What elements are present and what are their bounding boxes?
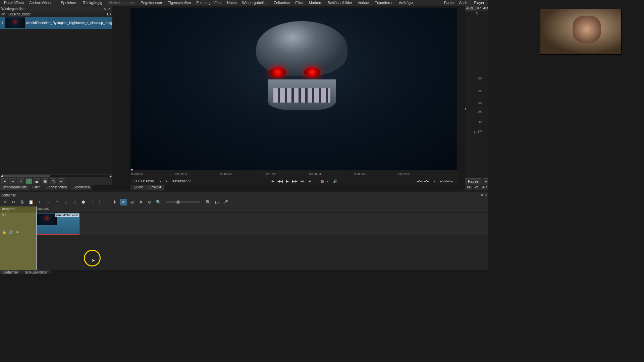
menu-markers[interactable]: Markers: [306, 0, 325, 6]
menu-speichern[interactable]: Speichern: [58, 0, 80, 6]
play-button[interactable]: ▶: [285, 178, 290, 184]
track-ruler[interactable]: 00:00:00: [36, 206, 488, 213]
menu-undo[interactable]: Rückgängig: [80, 0, 105, 6]
volume-button[interactable]: 🔊: [332, 178, 338, 184]
lock-icon[interactable]: 🔓: [2, 230, 7, 235]
preview-viewport[interactable]: [130, 8, 457, 170]
ripple-markers-icon[interactable]: ⊙: [146, 199, 153, 205]
ripple-all-icon[interactable]: ❋: [138, 199, 144, 205]
output-header[interactable]: Ausgabe: [0, 206, 36, 213]
cut-icon[interactable]: ✂: [10, 199, 17, 205]
snap-icon[interactable]: ⬇: [111, 199, 118, 205]
tab-ve[interactable]: Ve...: [473, 185, 480, 190]
menu-jobs[interactable]: Aufträge: [396, 0, 416, 6]
marker-icon[interactable]: ⬢: [80, 199, 87, 205]
prev-frame-button[interactable]: ◀◀: [277, 178, 283, 184]
col-nr[interactable]: Nr.: [0, 12, 8, 16]
menu-notes[interactable]: Notes: [224, 0, 239, 6]
tab-timeline[interactable]: Zeitachse: [0, 270, 21, 274]
mute-icon[interactable]: 🔊: [9, 230, 13, 235]
menu-filter[interactable]: Filter: [292, 0, 306, 6]
playhead-marker[interactable]: [130, 169, 133, 171]
menu-recent[interactable]: Zuletzt geöffnet: [194, 0, 224, 6]
copy-button[interactable]: ⎘: [17, 178, 24, 184]
check-button[interactable]: ✓: [25, 178, 32, 184]
grid-view-button[interactable]: ▦: [42, 178, 48, 184]
remove-icon[interactable]: −: [45, 199, 52, 205]
track-area[interactable]: 00:00:00 ArnoldOberleiter: [36, 206, 488, 270]
playhead-line[interactable]: [36, 206, 37, 270]
overwrite-icon[interactable]: ⌄: [62, 199, 69, 205]
menu-button[interactable]: ≡: [484, 178, 488, 184]
detach-icon[interactable]: ⧉: [104, 7, 107, 10]
tab-auf[interactable]: Auf...: [480, 185, 488, 190]
col-thumb[interactable]: Vorschaubilder: [8, 12, 102, 16]
prev-marker-icon[interactable]: 〈: [89, 199, 95, 205]
copy-icon[interactable]: ⎘: [19, 199, 25, 205]
menu-icon[interactable]: ≡: [1, 199, 8, 205]
zoom-fit-icon[interactable]: ▢: [213, 199, 220, 205]
menu-timeline[interactable]: Zeitachse: [271, 0, 293, 6]
tab-jobs[interactable]: Aufträge: [482, 6, 488, 11]
playlist-scrollbar[interactable]: ◀ ▶: [0, 174, 112, 178]
menu-props[interactable]: Eigenschaften: [165, 0, 194, 6]
pause-button[interactable]: Pause: [465, 178, 481, 184]
tab-export[interactable]: Exportieren: [70, 185, 92, 190]
scroll-right-icon[interactable]: ▶: [109, 175, 112, 178]
scrubber[interactable]: 00:00:00 00:00:01 00:00:02 00:00:03 00:0…: [130, 170, 457, 177]
close-icon[interactable]: ✕: [484, 193, 487, 197]
tile-view-button[interactable]: ▢: [50, 178, 56, 184]
skip-start-button[interactable]: ⏮: [270, 178, 275, 184]
playlist-row[interactable]: 1 ArnoldOberleiter_Dystopian_Nightmare_a…: [0, 17, 112, 29]
zoom-slider[interactable]: [166, 201, 200, 203]
zoom-in-icon[interactable]: 🔍: [205, 199, 211, 205]
next-frame-button[interactable]: ▶▶: [292, 178, 298, 184]
menu-peak[interactable]: Pegelmesser: [138, 0, 165, 6]
tc-menu-icon[interactable]: ▾: [157, 178, 163, 184]
timecode-current[interactable]: 00:00:00:00: [133, 179, 155, 183]
zoom-out-icon[interactable]: 🔍: [155, 199, 162, 205]
add-icon[interactable]: +: [36, 199, 43, 205]
menu-button[interactable]: ≡: [58, 178, 64, 184]
menu-andere[interactable]: Andere öffnen...: [26, 0, 58, 6]
skip-end-button[interactable]: ⏭: [300, 178, 305, 184]
paste-icon[interactable]: 📋: [28, 199, 34, 205]
next-marker-icon[interactable]: 〉: [97, 199, 104, 205]
menu-history[interactable]: Verlauf: [355, 0, 372, 6]
col-cli[interactable]: Cli: [102, 12, 112, 16]
tab-playlist[interactable]: Wiedergabeliste: [0, 185, 30, 190]
menu-keyframes[interactable]: Schlüsselbilder: [325, 0, 355, 6]
menu-audio[interactable]: Audio: [457, 0, 471, 6]
track-v1[interactable]: ArnoldOberleiter: [36, 213, 488, 235]
tab-ku[interactable]: Kü...: [465, 185, 472, 190]
tab-keyframes[interactable]: Schlüsselbilder: [21, 270, 51, 274]
scrub-icon[interactable]: 👁: [120, 199, 127, 205]
lift-icon[interactable]: ⌃: [54, 199, 60, 205]
split-icon[interactable]: ⎌: [71, 199, 78, 205]
menu-redo[interactable]: Wiederherstellen: [105, 0, 138, 6]
tab-filter[interactable]: Filter: [30, 185, 43, 190]
grid-dropdown[interactable]: ▾: [327, 180, 330, 183]
stop-button[interactable]: ■: [307, 178, 312, 184]
tab-project[interactable]: Projekt: [147, 185, 164, 190]
track-v1-header[interactable]: V1 🔓 🔊 👁: [0, 213, 36, 235]
menu-playlist[interactable]: Wiedergabeliste: [239, 0, 271, 6]
ripple-icon[interactable]: ◎: [129, 199, 136, 205]
tab-source[interactable]: Quelle: [130, 185, 147, 190]
hide-icon[interactable]: 👁: [15, 230, 19, 235]
tab-audio[interactable]: Audi...: [465, 6, 477, 11]
remove-button[interactable]: −: [9, 178, 16, 184]
menu-datei[interactable]: Datei öffnen: [1, 0, 26, 6]
clip[interactable]: ArnoldOberleiter: [36, 213, 80, 235]
add-button[interactable]: +: [1, 178, 8, 184]
play-dropdown[interactable]: ▾: [314, 180, 318, 183]
detach-icon[interactable]: ⧉: [481, 193, 483, 197]
list-view-button[interactable]: ☰: [34, 178, 40, 184]
record-icon[interactable]: 🎤: [222, 199, 229, 205]
grid-button[interactable]: ▦: [320, 178, 325, 184]
tab-properties[interactable]: Eigenschaften: [43, 185, 69, 190]
menu-export[interactable]: Exportieren: [372, 0, 396, 6]
close-icon[interactable]: ✕: [108, 7, 111, 10]
menu-color[interactable]: Farbe: [441, 0, 457, 6]
close-icon[interactable]: ✕: [479, 6, 482, 11]
